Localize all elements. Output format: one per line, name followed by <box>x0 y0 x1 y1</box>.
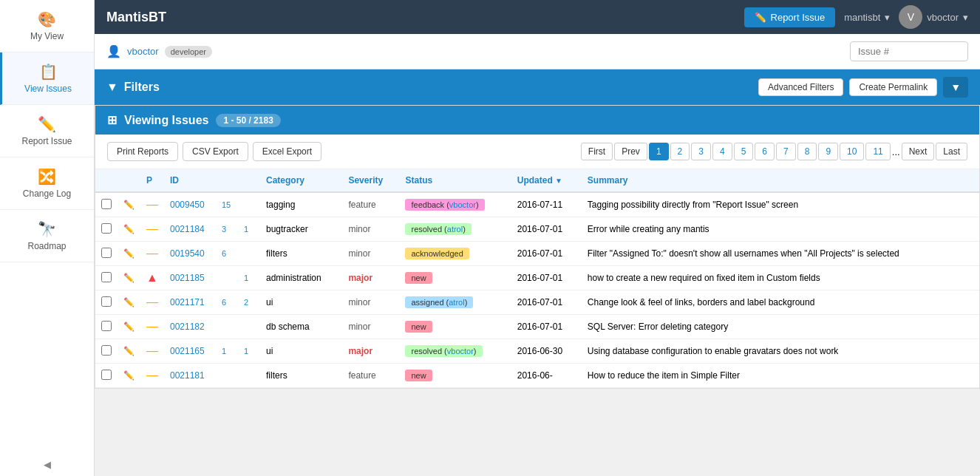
page-4-button[interactable]: 4 <box>712 143 732 160</box>
page-6-button[interactable]: 6 <box>755 143 775 160</box>
row-status-cell: new <box>399 364 511 388</box>
issue-id-link[interactable]: 0021184 <box>170 224 205 234</box>
last-page-button[interactable]: Last <box>936 143 967 160</box>
row-checkbox[interactable] <box>101 345 112 356</box>
col-summary[interactable]: Summary <box>582 169 979 192</box>
page-2-button[interactable]: 2 <box>670 143 690 160</box>
user-menu[interactable]: V vboctor ▾ <box>899 5 968 29</box>
change-log-icon: 🔀 <box>38 168 56 186</box>
columns-icon: ⊞ <box>107 113 117 127</box>
sidebar-collapse-button[interactable]: ◀ <box>0 453 94 476</box>
col-edit <box>118 169 140 192</box>
row-attachments-cell <box>238 364 260 388</box>
advanced-filters-button[interactable]: Advanced Filters <box>758 78 843 96</box>
row-updated-cell: 2016-07-01 <box>511 217 582 242</box>
first-page-button[interactable]: First <box>581 143 613 160</box>
issue-id-link[interactable]: 0021165 <box>170 346 205 356</box>
account-switcher[interactable]: mantisbt ▾ <box>844 12 890 23</box>
page-3-button[interactable]: 3 <box>691 143 711 160</box>
toolbar-row: Print Reports CSV Export Excel Export Fi… <box>95 135 979 169</box>
row-checkbox[interactable] <box>101 199 112 209</box>
row-notes-cell: 3 <box>216 217 238 242</box>
page-1-button[interactable]: 1 <box>649 143 669 160</box>
row-id-cell: 0021182 <box>164 315 216 339</box>
row-checkbox[interactable] <box>101 296 112 307</box>
row-checkbox[interactable] <box>101 370 112 380</box>
excel-export-button[interactable]: Excel Export <box>253 142 321 161</box>
page-10-button[interactable]: 10 <box>840 143 864 160</box>
priority-indicator: ▲ <box>146 271 158 284</box>
row-id-cell: 0021171 <box>164 290 216 315</box>
row-checkbox[interactable] <box>101 321 112 331</box>
edit-icon[interactable]: ✏️ <box>123 224 135 234</box>
col-updated[interactable]: Updated ▼ <box>511 169 582 192</box>
edit-icon[interactable]: ✏️ <box>123 273 135 283</box>
row-severity-cell: minor <box>342 315 399 339</box>
notes-count[interactable]: 1 <box>222 347 226 356</box>
edit-icon[interactable]: ✏️ <box>123 200 135 210</box>
search-input[interactable] <box>850 41 968 61</box>
issue-id-link[interactable]: 0009450 <box>170 200 205 210</box>
row-checkbox[interactable] <box>101 272 112 282</box>
row-checkbox[interactable] <box>101 223 112 234</box>
page-11-button[interactable]: 11 <box>865 143 890 160</box>
severity-label: minor <box>348 224 370 234</box>
row-status-cell: acknowledged <box>399 242 511 266</box>
print-reports-button[interactable]: Print Reports <box>107 142 178 161</box>
attachments-count[interactable]: 1 <box>244 225 248 234</box>
issue-id-link[interactable]: 0021181 <box>170 370 205 381</box>
issue-id-link[interactable]: 0021182 <box>170 322 205 332</box>
edit-icon[interactable]: ✏️ <box>123 370 135 381</box>
sidebar-item-label: Change Log <box>23 188 71 199</box>
avatar: V <box>899 5 922 29</box>
sidebar-item-change-log[interactable]: 🔀Change Log <box>0 157 94 210</box>
page-5-button[interactable]: 5 <box>734 143 754 160</box>
row-category-cell: filters <box>260 364 342 388</box>
sidebar-item-my-view[interactable]: 🎨My View <box>0 0 94 52</box>
page-8-button[interactable]: 8 <box>797 143 817 160</box>
issues-count-badge: 1 - 50 / 2183 <box>216 114 280 127</box>
current-user[interactable]: vboctor <box>127 46 159 57</box>
notes-count[interactable]: 3 <box>222 225 226 234</box>
notes-count[interactable]: 6 <box>222 298 226 307</box>
row-checkbox[interactable] <box>101 248 112 258</box>
row-attachments-cell <box>238 192 260 217</box>
col-notes <box>216 169 238 192</box>
sidebar-item-report-issue[interactable]: ✏️Report Issue <box>0 105 94 157</box>
issue-id-link[interactable]: 0019540 <box>170 248 205 259</box>
prev-page-button[interactable]: Prev <box>614 143 647 160</box>
col-severity[interactable]: Severity <box>342 169 399 192</box>
severity-label: minor <box>348 297 370 307</box>
notes-count[interactable]: 15 <box>222 200 231 209</box>
attachments-count[interactable]: 1 <box>244 273 248 282</box>
page-7-button[interactable]: 7 <box>776 143 796 160</box>
edit-icon[interactable]: ✏️ <box>123 346 135 356</box>
filters-actions: Advanced Filters Create Permalink ▼ <box>758 77 968 98</box>
col-id[interactable]: ID <box>164 169 216 192</box>
filters-collapse-button[interactable]: ▼ <box>943 77 968 98</box>
sidebar-item-view-issues[interactable]: 📋View Issues <box>0 52 94 105</box>
priority-indicator: — <box>146 320 158 333</box>
csv-export-button[interactable]: CSV Export <box>183 142 248 161</box>
report-issue-icon: ✏️ <box>38 115 56 133</box>
row-edit-cell: ✏️ <box>118 364 140 388</box>
issue-id-link[interactable]: 0021171 <box>170 297 205 307</box>
issue-id-link[interactable]: 0021185 <box>170 273 205 283</box>
row-summary-cell: How to reduce the item in Simple Filter <box>582 364 979 388</box>
report-issue-button[interactable]: ✏️ Report Issue <box>744 7 836 27</box>
attachments-count[interactable]: 2 <box>244 298 248 307</box>
edit-icon[interactable]: ✏️ <box>123 248 135 259</box>
create-permalink-button[interactable]: Create Permalink <box>849 78 937 96</box>
col-status[interactable]: Status <box>399 169 511 192</box>
row-id-cell: 0021181 <box>164 364 216 388</box>
sidebar-item-roadmap[interactable]: 🔭Roadmap <box>0 210 94 262</box>
col-category[interactable]: Category <box>260 169 342 192</box>
edit-icon[interactable]: ✏️ <box>123 297 135 307</box>
col-priority[interactable]: P <box>140 169 164 192</box>
next-page-button[interactable]: Next <box>902 143 935 160</box>
page-9-button[interactable]: 9 <box>818 143 838 160</box>
attachments-count[interactable]: 1 <box>244 347 248 356</box>
notes-count[interactable]: 6 <box>222 249 226 258</box>
edit-icon[interactable]: ✏️ <box>123 322 135 332</box>
row-attachments-cell: 1 <box>238 266 260 290</box>
